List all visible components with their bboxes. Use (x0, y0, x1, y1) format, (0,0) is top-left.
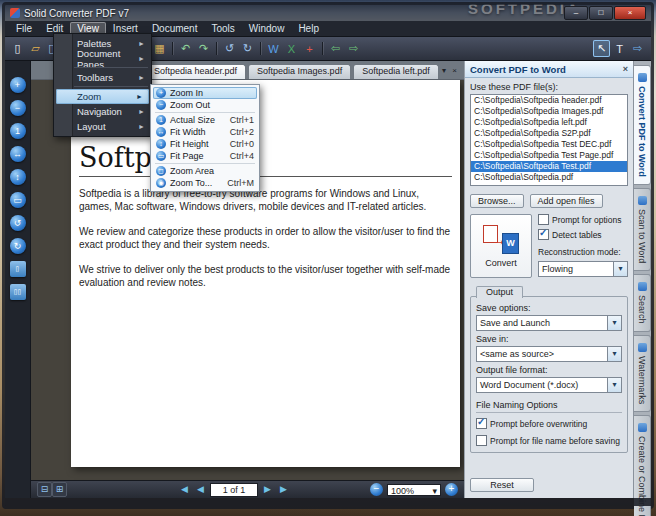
undo-icon[interactable]: ↶ (177, 40, 194, 57)
pdf-file-item[interactable]: C:\Softpedia\Softpedia.pdf (471, 172, 627, 183)
actual-size-tool-icon[interactable]: 1 (10, 123, 26, 139)
zoom-in-menu-item[interactable]: + Zoom In (153, 87, 257, 99)
fit-width-tool-icon[interactable]: ↔ (10, 146, 26, 162)
select-tool-icon[interactable]: ↖ (593, 40, 610, 57)
fit-height-menu-item[interactable]: ↕ Fit Height Ctrl+0 (153, 138, 257, 150)
rotate-right-icon[interactable]: ↻ (239, 40, 256, 57)
browse-button[interactable]: Browse... (470, 194, 524, 208)
pdf-file-item[interactable]: C:\Softpedia\Softpedia Test.pdf (471, 161, 627, 172)
previous-page-button[interactable]: ◀ (194, 483, 207, 496)
prompt-for-file-name-checkbox[interactable]: Prompt for file name before saving (476, 435, 622, 446)
menu-window[interactable]: Window (242, 22, 292, 35)
pdf-file-item[interactable]: C:\Softpedia\Softpedia Test DEC.pdf (471, 139, 627, 150)
zoom-to-menu-item[interactable]: ◉ Zoom To... Ctrl+M (153, 177, 257, 189)
view-menu-zoom[interactable]: Zoom ► (56, 89, 149, 104)
pdf-to-word-icon: → W (483, 225, 519, 255)
pdf-file-item[interactable]: C:\Softpedia\Softpedia Test Page.pdf (471, 150, 627, 161)
view-menu-layout[interactable]: Layout ► (54, 119, 151, 134)
pdf-file-item[interactable]: C:\Softpedia\Softpedia left.pdf (471, 117, 627, 128)
zoom-out-menu-item[interactable]: − Zoom Out (153, 99, 257, 111)
redo-icon[interactable]: ↷ (195, 40, 212, 57)
add-open-files-button[interactable]: Add open files (530, 194, 603, 208)
close-button[interactable]: × (614, 6, 646, 20)
view-menu-document-panes[interactable]: Document Panes ► (54, 51, 151, 66)
minimize-button[interactable]: – (564, 6, 588, 20)
side-tab-search[interactable]: Search (634, 274, 651, 332)
menu-tools[interactable]: Tools (204, 22, 241, 35)
pdf-file-item[interactable]: C:\Softpedia\Softpedia header.pdf (471, 95, 627, 106)
tab-softpedia-images[interactable]: Softpedia Images.pdf (248, 64, 351, 79)
pdf-file-item[interactable]: C:\Softpedia\Softpedia Images.pdf (471, 106, 627, 117)
output-tab[interactable]: Output (476, 286, 523, 298)
last-page-button[interactable]: ▶ (277, 483, 290, 496)
tab-close-icon[interactable]: × (449, 65, 460, 77)
zoom-area-menu-item[interactable]: ◻ Zoom Area (153, 165, 257, 177)
next-page-button[interactable]: ▶ (261, 483, 274, 496)
zoom-item-icon: + (156, 88, 166, 98)
fit-page-menu-item[interactable]: ▭ Fit Page Ctrl+4 (153, 150, 257, 162)
layout-single-icon[interactable]: ⊟ (37, 482, 52, 497)
side-tab-icon (638, 282, 647, 291)
facing-pages-layout-icon[interactable]: ▯▯ (10, 284, 26, 300)
create-pdf-icon[interactable]: + (301, 40, 318, 57)
checkbox-box (538, 214, 549, 225)
zoom-item-icon: ◉ (156, 178, 166, 188)
first-page-button[interactable]: ◀ (178, 483, 191, 496)
zoom-in-button[interactable]: + (445, 483, 458, 496)
single-page-layout-icon[interactable]: ▯ (10, 261, 26, 277)
view-menu-navigation[interactable]: Navigation ► (54, 104, 151, 119)
prompt-before-overwriting-checkbox[interactable]: Prompt before overwriting (476, 418, 622, 429)
rotate-right-tool-icon[interactable]: ↻ (10, 238, 26, 254)
save-options-dropdown[interactable]: Save and Launch ▾ (476, 315, 622, 331)
fit-page-tool-icon[interactable]: ▭ (10, 192, 26, 208)
actual-size-menu-item[interactable]: 1 Actual Size Ctrl+1 (153, 114, 257, 126)
fit-height-tool-icon[interactable]: ↕ (10, 169, 26, 185)
tab-softpedia-header[interactable]: Softpedia header.pdf (145, 64, 246, 79)
text-tool-icon[interactable]: T (611, 40, 628, 57)
heading-rule (79, 176, 452, 177)
tab-list-dropdown-icon[interactable]: ▾ (439, 65, 450, 77)
zoom-level-dropdown[interactable]: 100% ▾ (387, 484, 441, 496)
menu-file[interactable]: File (9, 22, 39, 35)
submenu-arrow-icon: ► (136, 93, 143, 100)
submenu-arrow-icon: ► (138, 108, 145, 115)
reset-button[interactable]: Reset (470, 478, 534, 492)
menu-help[interactable]: Help (291, 22, 326, 35)
zoom-out-tool-icon[interactable]: − (10, 100, 26, 116)
new-document-icon[interactable]: ▯ (9, 40, 26, 57)
save-options-label: Save options: (476, 303, 622, 313)
next-view-icon[interactable]: ⇨ (345, 40, 362, 57)
prompt-for-options-checkbox[interactable]: Prompt for options (538, 214, 628, 225)
rotate-left-tool-icon[interactable]: ↺ (10, 215, 26, 231)
paste-icon[interactable]: ▦ (151, 40, 168, 57)
maximize-button[interactable]: □ (589, 6, 613, 20)
side-tab-convert-pdf-to-word[interactable]: Convert PDF to Word (634, 65, 651, 185)
output-format-dropdown[interactable]: Word Document (*.docx) ▾ (476, 377, 622, 393)
previous-view-icon[interactable]: ⇦ (327, 40, 344, 57)
panel-close-icon[interactable]: × (623, 64, 628, 74)
rotate-left-icon[interactable]: ↺ (221, 40, 238, 57)
side-tab-scan-to-word[interactable]: Scan to Word (634, 188, 651, 271)
pdf-file-item[interactable]: C:\Softpedia\Softpedia S2P.pdf (471, 128, 627, 139)
dropdown-arrow-icon: ▾ (613, 262, 627, 276)
view-menu-toolbars[interactable]: Toolbars ► (54, 70, 151, 85)
zoom-in-tool-icon[interactable]: + (10, 77, 26, 93)
side-tab-watermarks[interactable]: Watermarks (634, 335, 651, 412)
convert-button[interactable]: → W Convert (470, 214, 532, 278)
fit-width-menu-item[interactable]: ↔ Fit Width Ctrl+2 (153, 126, 257, 138)
open-folder-icon[interactable]: ▱ (27, 40, 44, 57)
reconstruction-mode-dropdown[interactable]: Flowing ▾ (538, 261, 628, 277)
convert-to-excel-icon[interactable]: X (283, 40, 300, 57)
tab-softpedia-left[interactable]: Softpedia left.pdf (353, 64, 439, 79)
detect-tables-checkbox[interactable]: Detect tables (538, 229, 628, 240)
convert-arrow-icon[interactable]: ⇨ (629, 40, 646, 57)
app-icon (10, 8, 20, 18)
zoom-out-button[interactable]: − (370, 483, 383, 496)
file-buttons-row: Browse... Add open files (470, 194, 628, 208)
save-in-dropdown[interactable]: <same as source> ▾ (476, 346, 622, 362)
menu-document[interactable]: Document (145, 22, 205, 35)
naming-checkboxes: Prompt before overwriting Prompt for fil… (476, 418, 622, 446)
submenu-arrow-icon: ► (138, 40, 145, 47)
layout-grid-icon[interactable]: ⊞ (52, 482, 67, 497)
convert-to-word-icon[interactable]: W (265, 40, 282, 57)
